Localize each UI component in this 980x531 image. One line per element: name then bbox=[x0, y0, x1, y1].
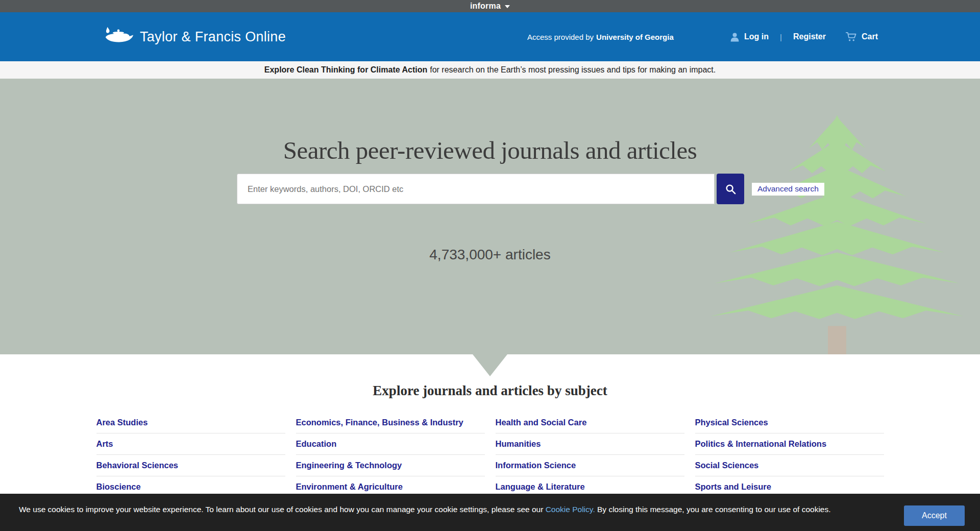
subject-link-information-science[interactable]: Information Science bbox=[496, 461, 576, 470]
subject-link-language-literature[interactable]: Language & Literature bbox=[496, 482, 585, 491]
login-button[interactable]: Log in bbox=[730, 32, 769, 42]
hero-background bbox=[0, 79, 980, 354]
register-label: Register bbox=[793, 32, 826, 41]
announcement-text: for research on the Earth’s most pressin… bbox=[430, 65, 716, 75]
header-actions: Log in | Register Cart bbox=[730, 12, 878, 61]
subject-link-behavioral-sciences[interactable]: Behavioral Sciences bbox=[96, 461, 179, 470]
hero-title: Search peer-reviewed journals and articl… bbox=[0, 136, 980, 165]
subjects-section: Explore journals and articles by subject… bbox=[0, 354, 980, 503]
hero-section: Search peer-reviewed journals and articl… bbox=[0, 79, 980, 354]
list-item: Area Studies bbox=[96, 418, 285, 433]
subjects-title: Explore journals and articles by subject bbox=[0, 383, 980, 399]
person-icon bbox=[730, 32, 740, 42]
list-item: Physical Sciences bbox=[695, 418, 884, 433]
register-button[interactable]: Register bbox=[793, 32, 826, 41]
list-item: Behavioral Sciences bbox=[96, 461, 285, 476]
announcement-link[interactable]: Explore Clean Thinking for Climate Actio… bbox=[264, 65, 427, 75]
search-button[interactable] bbox=[717, 174, 744, 204]
logo-wordmark: Taylor & Francis Online bbox=[140, 29, 286, 45]
page: informa Taylor & Francis Online Access p… bbox=[0, 0, 980, 531]
access-provided-by: Access provided by University of Georgia bbox=[527, 12, 674, 61]
article-count: 4,733,000+ articles bbox=[0, 247, 980, 263]
subject-column-4: Physical Sciences Politics & Internation… bbox=[695, 418, 884, 503]
list-item: Politics & International Relations bbox=[695, 439, 884, 455]
subject-link-humanities[interactable]: Humanities bbox=[496, 439, 541, 448]
access-institution: University of Georgia bbox=[596, 33, 674, 41]
list-item: Humanities bbox=[496, 439, 684, 455]
cart-icon bbox=[845, 32, 857, 42]
login-label: Log in bbox=[744, 32, 769, 41]
search-input[interactable] bbox=[237, 174, 715, 204]
cookie-text-after: By closing this message, you are consent… bbox=[595, 505, 831, 514]
taylor-francis-logo[interactable]: Taylor & Francis Online bbox=[102, 12, 286, 61]
cart-button[interactable]: Cart bbox=[845, 32, 878, 42]
subject-link-sports-and-leisure[interactable]: Sports and Leisure bbox=[695, 482, 771, 491]
subject-link-arts[interactable]: Arts bbox=[96, 439, 113, 448]
accept-cookies-button[interactable]: Accept bbox=[904, 505, 965, 526]
subject-link-bioscience[interactable]: Bioscience bbox=[96, 482, 141, 491]
list-item: Arts bbox=[96, 439, 285, 455]
cart-label: Cart bbox=[862, 32, 878, 41]
subject-link-area-studies[interactable]: Area Studies bbox=[96, 418, 148, 427]
subject-link-engineering-technology[interactable]: Engineering & Technology bbox=[296, 461, 402, 470]
informa-logo[interactable]: informa bbox=[470, 2, 501, 11]
subject-link-health-and-social-care[interactable]: Health and Social Care bbox=[496, 418, 587, 427]
oil-lamp-icon bbox=[102, 26, 134, 48]
subject-link-social-sciences[interactable]: Social Sciences bbox=[695, 461, 759, 470]
subject-link-economics-finance-business-industry[interactable]: Economics, Finance, Business & Industry bbox=[296, 418, 463, 427]
cookie-banner: We use cookies to improve your website e… bbox=[0, 494, 980, 531]
caret-down-icon bbox=[505, 5, 510, 8]
access-prefix: Access provided by bbox=[527, 33, 594, 41]
site-header: Taylor & Francis Online Access provided … bbox=[0, 12, 980, 61]
list-item: Information Science bbox=[496, 461, 684, 476]
header-separator: | bbox=[780, 33, 782, 41]
magnifier-icon bbox=[725, 183, 737, 195]
advanced-search-link[interactable]: Advanced search bbox=[752, 183, 824, 196]
list-item: Social Sciences bbox=[695, 461, 884, 476]
cookie-message: We use cookies to improve your website e… bbox=[19, 505, 881, 514]
subject-link-politics-international-relations[interactable]: Politics & International Relations bbox=[695, 439, 827, 448]
subject-link-physical-sciences[interactable]: Physical Sciences bbox=[695, 418, 768, 427]
list-item: Economics, Finance, Business & Industry bbox=[296, 418, 485, 433]
list-item: Health and Social Care bbox=[496, 418, 684, 433]
hero-notch-decoration bbox=[473, 354, 507, 376]
list-item: Engineering & Technology bbox=[296, 461, 485, 476]
announcement-bar: Explore Clean Thinking for Climate Actio… bbox=[0, 61, 980, 79]
informa-top-bar: informa bbox=[0, 0, 980, 12]
subject-column-3: Health and Social Care Humanities Inform… bbox=[496, 418, 684, 503]
subject-column-1: Area Studies Arts Behavioral Sciences Bi… bbox=[96, 418, 285, 503]
subject-grid: Area Studies Arts Behavioral Sciences Bi… bbox=[96, 418, 884, 503]
subject-link-environment-agriculture[interactable]: Environment & Agriculture bbox=[296, 482, 403, 491]
list-item: Education bbox=[296, 439, 485, 455]
cookie-text-before: We use cookies to improve your website e… bbox=[19, 505, 546, 514]
subject-link-education[interactable]: Education bbox=[296, 439, 337, 448]
informa-brand-link[interactable]: informa bbox=[470, 2, 510, 11]
cookie-policy-link[interactable]: Cookie Policy. bbox=[546, 505, 595, 514]
subject-column-2: Economics, Finance, Business & Industry … bbox=[296, 418, 485, 503]
